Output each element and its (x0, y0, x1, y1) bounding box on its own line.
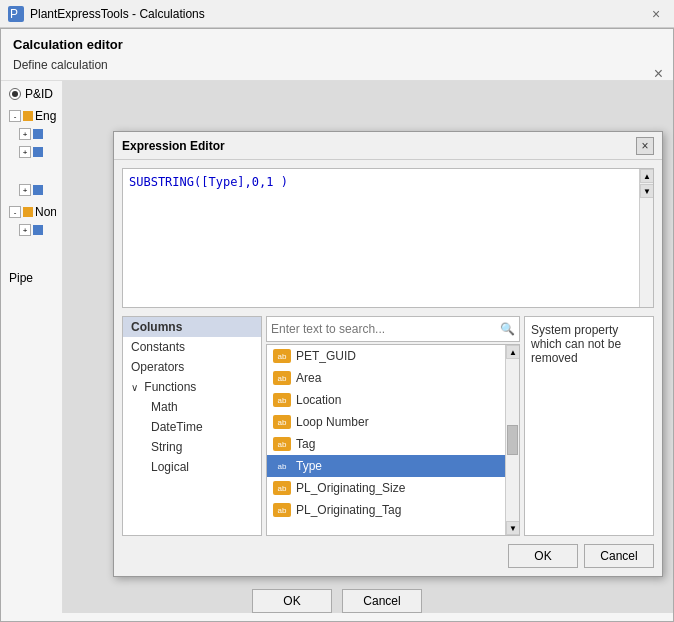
tree-logical-item[interactable]: Logical (123, 457, 261, 477)
search-icon: 🔍 (500, 322, 515, 336)
pid-radio-item[interactable]: P&ID (5, 85, 58, 103)
item-icon-1 (33, 129, 43, 139)
expression-area[interactable]: SUBSTRING([Type],0,1 ) ▲ ▼ (122, 168, 654, 308)
search-box[interactable]: 🔍 (266, 316, 520, 342)
item-badge: ab (273, 459, 291, 473)
expression-text: SUBSTRING([Type],0,1 ) (129, 175, 288, 189)
dialog-title: Expression Editor (122, 139, 636, 153)
items-list-panel: 🔍 abPET_GUIDabAreaabLocationabLoop Numbe… (266, 316, 520, 536)
expand-icon[interactable]: - (9, 110, 21, 122)
items-list: abPET_GUIDabAreaabLocationabLoop Numbera… (266, 344, 520, 536)
list-item[interactable]: abTag (267, 433, 519, 455)
scroll-up-arrow[interactable]: ▲ (640, 169, 654, 183)
tree-constants-item[interactable]: Constants (123, 337, 261, 357)
left-tree-panel: P&ID - Eng... + + + (1, 81, 63, 613)
item-name: Type (296, 459, 322, 473)
outer-cancel-button[interactable]: Cancel (342, 589, 422, 613)
outer-buttons: OK Cancel (1, 589, 673, 613)
dialog-close-button[interactable]: × (636, 137, 654, 155)
eng-label: Eng... (35, 109, 56, 123)
tree-item-pipe[interactable]: Pipe (7, 269, 56, 287)
app-icon: P (8, 6, 24, 22)
dialog-title-bar: Expression Editor × (114, 132, 662, 160)
pid-radio-circle[interactable] (9, 88, 21, 100)
tree-columns-item[interactable]: Columns (123, 317, 261, 337)
item-badge: ab (273, 393, 291, 407)
item-name: PL_Originating_Tag (296, 503, 401, 517)
app-close-button[interactable]: × (646, 4, 666, 24)
item-name: Area (296, 371, 321, 385)
tree-subitem-non-1[interactable]: + (7, 221, 56, 239)
expression-editor-dialog: Expression Editor × SUBSTRING([Type],0,1… (113, 131, 663, 577)
item-badge: ab (273, 503, 291, 517)
expand-icon-non-1[interactable]: + (19, 224, 31, 236)
list-scroll-up[interactable]: ▲ (506, 345, 520, 359)
define-calc-label: Define calculation (13, 58, 661, 72)
tree-functions-item[interactable]: ∨ Functions (123, 377, 261, 397)
item-name: Loop Number (296, 415, 369, 429)
tree-string-item[interactable]: String (123, 437, 261, 457)
info-panel: System property which can not be removed (524, 316, 654, 536)
calc-editor-title: Calculation editor (13, 37, 661, 52)
list-item[interactable]: abPET_GUID (267, 345, 519, 367)
list-scroll-thumb[interactable] (507, 425, 518, 455)
expression-scrollbar[interactable]: ▲ ▼ (639, 169, 653, 307)
tree-datetime-item[interactable]: DateTime (123, 417, 261, 437)
tree-math-item[interactable]: Math (123, 397, 261, 417)
list-item[interactable]: abArea (267, 367, 519, 389)
functions-expand-arrow: ∨ (131, 382, 138, 393)
item-badge: ab (273, 349, 291, 363)
tree-subitem-3[interactable]: + (7, 181, 56, 199)
tree-item-eng[interactable]: - Eng... (7, 107, 56, 125)
non-label: Non... (35, 205, 56, 219)
calc-editor-header: Calculation editor Define calculation (1, 29, 673, 81)
list-item[interactable]: abLocation (267, 389, 519, 411)
list-item[interactable]: abPL_Originating_Size (267, 477, 519, 499)
expand-icon-1[interactable]: + (19, 128, 31, 140)
info-text: System property which can not be removed (531, 323, 621, 365)
expand-icon-3[interactable]: + (19, 184, 31, 196)
left-tree: - Eng... + + + - (5, 103, 58, 291)
main-content: Expression Editor × SUBSTRING([Type],0,1… (63, 81, 673, 613)
folder-icon-non (23, 207, 33, 217)
list-scrollbar[interactable]: ▲ ▼ (505, 345, 519, 535)
item-badge: ab (273, 371, 291, 385)
pid-label: P&ID (25, 87, 53, 101)
list-item[interactable]: abLoop Number (267, 411, 519, 433)
dialog-ok-button[interactable]: OK (508, 544, 578, 568)
dialog-buttons: OK Cancel (114, 544, 662, 576)
folder-icon (23, 111, 33, 121)
list-item[interactable]: abPL_Originating_Tag (267, 499, 519, 521)
pipe-label: Pipe (9, 271, 33, 285)
item-icon-non-1 (33, 225, 43, 235)
category-tree-panel: Columns Constants Operators ∨ Functions … (122, 316, 262, 536)
scroll-down-arrow[interactable]: ▼ (640, 184, 654, 198)
app-title: PlantExpressTools - Calculations (30, 7, 646, 21)
search-input[interactable] (271, 322, 500, 336)
pid-radio-dot (12, 91, 18, 97)
tree-operators-item[interactable]: Operators (123, 357, 261, 377)
tree-subitem-1[interactable]: + (7, 125, 56, 143)
expand-icon-2[interactable]: + (19, 146, 31, 158)
item-icon-2 (33, 147, 43, 157)
tree-subitem-2[interactable]: + (7, 143, 56, 161)
item-badge: ab (273, 437, 291, 451)
list-scroll-down[interactable]: ▼ (506, 521, 520, 535)
outer-ok-button[interactable]: OK (252, 589, 332, 613)
item-name: PET_GUID (296, 349, 356, 363)
item-name: Location (296, 393, 341, 407)
functions-label: Functions (144, 380, 196, 394)
item-badge: ab (273, 481, 291, 495)
list-item[interactable]: abType (267, 455, 519, 477)
dialog-cancel-button[interactable]: Cancel (584, 544, 654, 568)
svg-text:P: P (10, 7, 18, 21)
outer-window: Calculation editor Define calculation × … (0, 28, 674, 622)
expand-icon-non[interactable]: - (9, 206, 21, 218)
item-icon-3 (33, 185, 43, 195)
inner-layout: P&ID - Eng... + + + (1, 81, 673, 613)
dialog-bottom: Columns Constants Operators ∨ Functions … (122, 316, 654, 536)
dialog-overlay: Expression Editor × SUBSTRING([Type],0,1… (63, 81, 673, 613)
item-name: PL_Originating_Size (296, 481, 405, 495)
item-badge: ab (273, 415, 291, 429)
tree-item-non[interactable]: - Non... (7, 203, 56, 221)
